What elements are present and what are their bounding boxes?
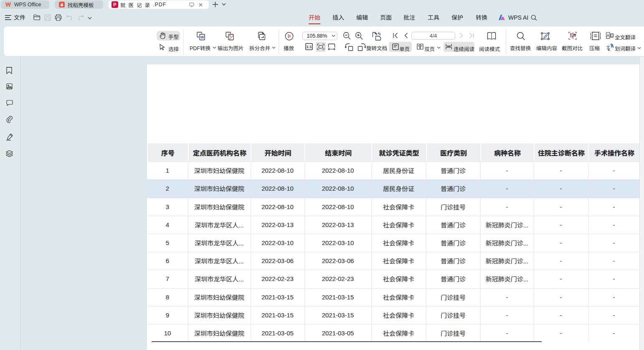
svg-text:A: A — [611, 44, 614, 49]
svg-text:W: W — [200, 35, 204, 39]
svg-text:文: 文 — [606, 44, 610, 49]
svg-text:1:1: 1:1 — [306, 45, 312, 49]
svg-text:P: P — [113, 2, 116, 7]
svg-text:A: A — [606, 33, 609, 38]
